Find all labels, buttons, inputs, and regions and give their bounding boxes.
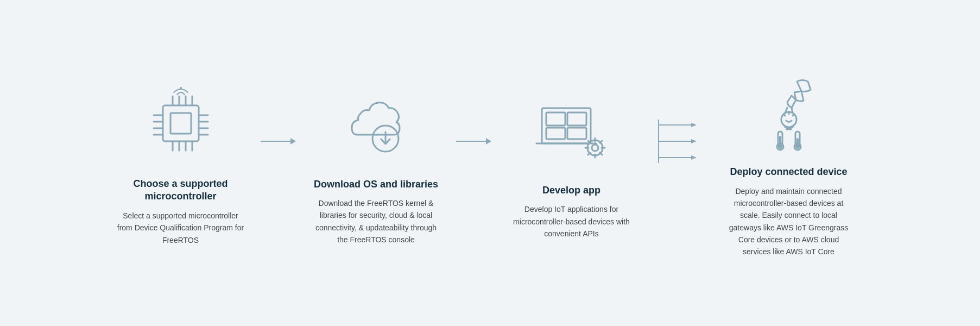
step-develop-desc: Develop IoT applications for microcontro…	[507, 203, 637, 240]
svg-point-54	[778, 145, 782, 149]
svg-rect-57	[796, 138, 799, 146]
svg-marker-41	[691, 139, 697, 143]
svg-point-18	[180, 87, 182, 89]
svg-line-35	[600, 141, 602, 143]
svg-line-50	[793, 114, 794, 116]
svg-rect-1	[170, 113, 191, 134]
svg-rect-24	[546, 128, 565, 139]
step-deploy-desc: Deploy and maintain connected microcontr…	[724, 185, 854, 258]
svg-line-49	[783, 114, 785, 116]
arrow-2	[452, 138, 496, 188]
svg-point-28	[592, 145, 598, 151]
arrow-1	[257, 138, 300, 188]
step-microcontroller-title: Choose a supported microcontroller	[105, 178, 257, 203]
svg-rect-25	[567, 128, 586, 139]
svg-point-58	[795, 145, 800, 149]
deploy-device-icon	[745, 68, 832, 155]
develop-app-icon	[528, 86, 615, 173]
microcontroller-icon	[137, 80, 224, 167]
svg-rect-23	[567, 112, 586, 126]
step-download-desc: Download the FreeRTOS kernel & libraries…	[311, 197, 441, 246]
diagram-container: Choose a supported microcontroller Selec…	[0, 0, 980, 326]
step-deploy: Deploy connected device Deploy and maint…	[702, 68, 876, 258]
step-microcontroller-desc: Select a supported microcontroller from …	[116, 210, 246, 246]
svg-line-33	[588, 141, 590, 143]
svg-rect-0	[163, 105, 199, 141]
step-microcontroller: Choose a supported microcontroller Selec…	[105, 80, 257, 246]
arrow-multi	[648, 109, 702, 217]
svg-rect-53	[779, 136, 781, 146]
step-deploy-title: Deploy connected device	[730, 166, 847, 178]
svg-marker-39	[691, 123, 697, 127]
svg-marker-43	[691, 155, 697, 160]
step-develop-title: Develop app	[542, 184, 600, 197]
svg-line-36	[588, 153, 590, 155]
step-download: Download OS and libraries Download the F…	[300, 80, 452, 246]
svg-line-34	[600, 153, 602, 155]
cloud-download-icon	[333, 80, 420, 167]
step-download-title: Download OS and libraries	[314, 178, 438, 191]
svg-rect-22	[546, 112, 565, 126]
step-develop: Develop app Develop IoT applications for…	[496, 86, 648, 240]
